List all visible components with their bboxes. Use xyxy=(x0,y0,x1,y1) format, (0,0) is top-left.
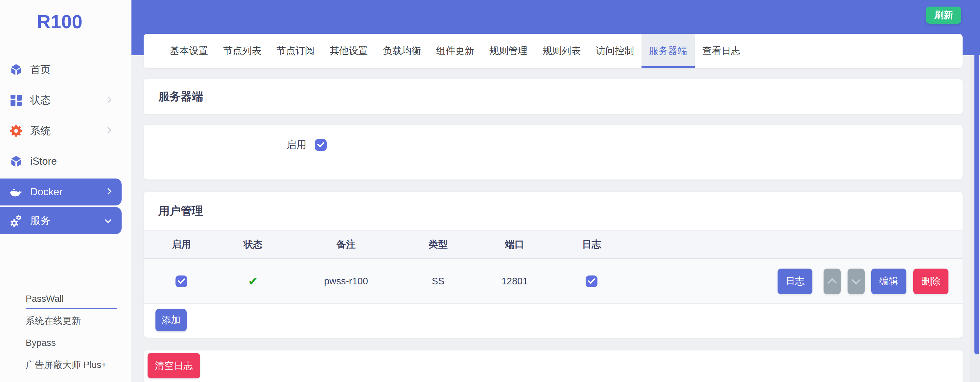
log-card: 清空日志 xyxy=(144,350,963,382)
status-check-icon: ✔ xyxy=(248,274,258,288)
tab-rule-manage[interactable]: 规则管理 xyxy=(482,34,535,68)
add-button[interactable]: 添加 xyxy=(156,309,187,331)
row-log-cell xyxy=(558,275,625,287)
submenu-item-passwall[interactable]: PassWall xyxy=(25,288,117,310)
submenu-item-bypass[interactable]: Bypass xyxy=(25,332,117,354)
table-footer: 添加 xyxy=(144,304,963,331)
tab-node-list[interactable]: 节点列表 xyxy=(216,34,269,68)
user-management-card: 用户管理 启用 状态 备注 类型 端口 日志 ✔ pwss-r100 SS 12… xyxy=(144,192,963,337)
row-type-cell: SS xyxy=(405,276,471,286)
app-logo: R100 xyxy=(37,11,83,33)
row-move-down-button[interactable] xyxy=(848,269,865,294)
sidebar-item-label: 首页 xyxy=(30,63,51,76)
enable-checkbox[interactable] xyxy=(315,139,327,151)
enable-label: 启用 xyxy=(144,138,306,151)
passwall-tabbar: 基本设置 节点列表 节点订阅 其他设置 负载均衡 组件更新 规则管理 规则列表 … xyxy=(144,34,963,68)
cube-icon xyxy=(10,64,22,76)
screen: 刷新 R100 首页 状态 xyxy=(0,0,980,382)
gear-icon xyxy=(10,124,22,137)
tab-other-settings[interactable]: 其他设置 xyxy=(322,34,375,68)
sidebar-item-system[interactable]: 系统 xyxy=(0,117,122,144)
clear-log-button[interactable]: 清空日志 xyxy=(148,353,200,378)
tab-basic-settings[interactable]: 基本设置 xyxy=(162,34,216,68)
row-move-up-button[interactable] xyxy=(824,269,841,294)
gears-icon xyxy=(10,214,22,227)
tab-load-balancing[interactable]: 负载均衡 xyxy=(375,34,428,68)
chevron-down-icon xyxy=(106,218,110,224)
sidebar-item-label: iStore xyxy=(30,156,57,167)
col-header-type: 类型 xyxy=(405,238,471,251)
dashboard-icon xyxy=(10,94,22,107)
arrow-down-icon xyxy=(851,275,861,284)
sidebar-item-label: 服务 xyxy=(30,214,51,228)
tab-server-side[interactable]: 服务器端 xyxy=(641,34,695,68)
table-header-row: 启用 状态 备注 类型 端口 日志 xyxy=(144,230,963,259)
enable-form-row: 启用 xyxy=(144,125,963,151)
chevron-right-icon xyxy=(106,128,110,134)
sidebar-item-label: 状态 xyxy=(30,93,51,107)
refresh-button[interactable]: 刷新 xyxy=(926,6,961,24)
sidebar-item-label: Docker xyxy=(30,186,62,198)
services-submenu: PassWall 系统在线更新 Bypass 广告屏蔽大师 Plus+ DNS … xyxy=(25,288,124,382)
tab-node-subscribe[interactable]: 节点订阅 xyxy=(269,34,322,68)
user-management-heading: 用户管理 xyxy=(144,192,963,230)
row-log-checkbox[interactable] xyxy=(585,275,597,287)
col-header-log: 日志 xyxy=(558,238,625,251)
arrow-up-icon xyxy=(827,278,837,287)
submenu-item-dns-filter[interactable]: DNS 过滤器 xyxy=(25,376,117,382)
sidebar-menu: 首页 状态 xyxy=(0,56,132,236)
user-management-title: 用户管理 xyxy=(158,204,203,219)
row-remark-cell: pwss-r100 xyxy=(287,276,405,286)
submenu-item-adblock-plus[interactable]: 广告屏蔽大师 Plus+ xyxy=(25,354,117,376)
sidebar-item-docker[interactable]: Docker xyxy=(0,178,122,205)
sidebar-item-home[interactable]: 首页 xyxy=(0,56,122,83)
row-status-cell: ✔ xyxy=(219,274,287,288)
tab-rule-list[interactable]: 规则列表 xyxy=(535,34,588,68)
cube-icon xyxy=(10,155,22,168)
row-log-button[interactable]: 日志 xyxy=(778,269,812,294)
row-enable-cell xyxy=(144,275,219,287)
page-title: 服务器端 xyxy=(158,89,203,104)
row-delete-button[interactable]: 删除 xyxy=(913,269,948,294)
section-title-card: 服务器端 xyxy=(144,79,963,114)
col-header-port: 端口 xyxy=(471,238,558,251)
col-header-enable: 启用 xyxy=(144,238,219,251)
tab-view-log[interactable]: 查看日志 xyxy=(695,34,748,68)
row-edit-button[interactable]: 编辑 xyxy=(871,269,906,294)
col-header-remark: 备注 xyxy=(287,238,405,251)
docker-whale-icon xyxy=(10,186,22,198)
row-actions: 日志 编辑 删除 xyxy=(778,269,948,294)
tab-access-control[interactable]: 访问控制 xyxy=(588,34,641,68)
chevron-right-icon xyxy=(106,189,110,195)
sidebar-item-status[interactable]: 状态 xyxy=(0,87,122,114)
tab-component-update[interactable]: 组件更新 xyxy=(428,34,482,68)
sidebar-item-services[interactable]: 服务 xyxy=(0,207,122,234)
row-port-cell: 12801 xyxy=(471,276,558,286)
sidebar-item-istore[interactable]: iStore xyxy=(0,148,122,175)
submenu-item-online-update[interactable]: 系统在线更新 xyxy=(25,310,117,332)
sidebar-item-label: 系统 xyxy=(30,124,51,138)
enable-card: 启用 xyxy=(144,125,963,180)
row-enable-checkbox[interactable] xyxy=(175,275,187,287)
chevron-right-icon xyxy=(106,97,110,103)
table-row: ✔ pwss-r100 SS 12801 日志 编辑 删除 xyxy=(144,259,963,304)
col-header-status: 状态 xyxy=(219,238,287,251)
sidebar: R100 首页 状态 xyxy=(0,0,132,382)
scrollbar-thumb[interactable] xyxy=(974,0,979,354)
